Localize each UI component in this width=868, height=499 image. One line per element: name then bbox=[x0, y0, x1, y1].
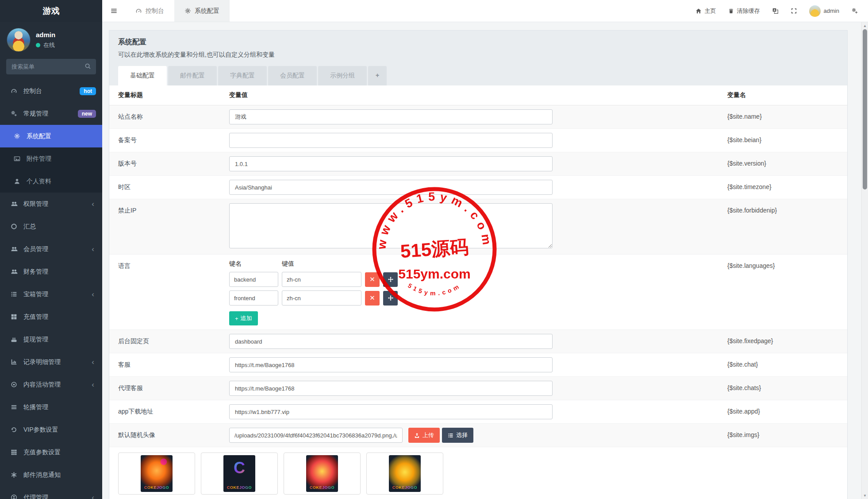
table-header-row: 变量标题 变量值 变量名 bbox=[109, 85, 847, 105]
forbidden-ip-textarea[interactable] bbox=[229, 203, 553, 248]
scroll-down-arrow-icon[interactable]: ▼ bbox=[862, 492, 868, 499]
users-icon bbox=[11, 246, 19, 252]
account-menu[interactable]: admin bbox=[809, 5, 839, 17]
beian-input[interactable] bbox=[229, 133, 553, 148]
sidebar-item-carousel[interactable]: 轮播管理 bbox=[0, 396, 102, 418]
avatar-preview-row: COKEJOGO C COKEJOGO bbox=[109, 447, 847, 499]
avatar bbox=[809, 5, 821, 17]
times-icon: ✕ bbox=[369, 294, 375, 302]
agent-chat-url-input[interactable] bbox=[229, 381, 553, 396]
remove-pair-button[interactable]: ✕ bbox=[365, 291, 380, 306]
avatar-path-input[interactable] bbox=[229, 428, 403, 443]
sidebar-item-label: 会员管理 bbox=[23, 245, 48, 253]
scrollbar-thumb[interactable] bbox=[863, 29, 867, 190]
upload-label: 上传 bbox=[422, 431, 434, 439]
upload-button[interactable]: 上传 bbox=[408, 428, 440, 443]
sidebar-item-system-config[interactable]: 系统配置 bbox=[0, 125, 102, 147]
lang-key-input[interactable] bbox=[229, 290, 278, 306]
lang-key-input[interactable] bbox=[229, 272, 278, 287]
sidebar-item-auth[interactable]: 权限管理 ‹ bbox=[0, 193, 102, 215]
sidebar-item-vip-params[interactable]: VIP参数设置 bbox=[0, 418, 102, 441]
home-button[interactable]: 主页 bbox=[695, 7, 716, 15]
sidebar-item-mail-notice[interactable]: 邮件消息通知 bbox=[0, 464, 102, 486]
field-label: 时区 bbox=[118, 180, 229, 191]
field-varname: {$site.forbiddenip} bbox=[554, 203, 838, 214]
kv-header: 键名 键值 bbox=[229, 259, 554, 272]
version-input[interactable] bbox=[229, 156, 553, 171]
move-icon bbox=[388, 276, 394, 282]
settings-button[interactable] bbox=[851, 8, 858, 14]
menu-search-input[interactable] bbox=[6, 59, 96, 74]
remove-pair-button[interactable]: ✕ bbox=[365, 272, 380, 287]
sidebar-item-members[interactable]: 会员管理 ‹ bbox=[0, 238, 102, 260]
append-pair-button[interactable]: + 追加 bbox=[229, 311, 258, 325]
lang-value-input[interactable] bbox=[282, 272, 361, 287]
user-avatar[interactable] bbox=[7, 28, 31, 52]
config-card: 系统配置 可以在此增改系统的变量和分组,也可以自定义分组和变量 基础配置 邮件配… bbox=[109, 30, 848, 499]
sidebar-item-records[interactable]: 记录明细管理 ‹ bbox=[0, 351, 102, 373]
tab-basic-config[interactable]: 基础配置 bbox=[118, 66, 167, 85]
thumb-image: C COKEJOGO bbox=[223, 455, 255, 492]
sidebar-item-recharge[interactable]: 充值管理 bbox=[0, 306, 102, 328]
header-var-title: 变量标题 bbox=[118, 91, 229, 99]
add-group-tab[interactable]: + bbox=[368, 66, 387, 85]
user-panel: admin 在线 bbox=[0, 22, 102, 56]
tab-dashboard[interactable]: 控制台 bbox=[125, 0, 174, 22]
timezone-input[interactable] bbox=[229, 180, 553, 195]
field-varname: {$site.chats} bbox=[554, 381, 838, 391]
form-row: 时区 {$site.timezone} bbox=[109, 176, 847, 199]
field-label: 客服 bbox=[118, 357, 229, 369]
field-varname: {$site.fixedpage} bbox=[554, 334, 838, 344]
clear-cache-button[interactable]: 清除缓存 bbox=[728, 7, 760, 15]
chevron-left-icon: ‹ bbox=[92, 245, 96, 253]
tab-label: 系统配置 bbox=[195, 7, 219, 15]
tab-mail-config[interactable]: 邮件配置 bbox=[168, 66, 217, 85]
home-label: 主页 bbox=[705, 7, 716, 15]
site-name-input[interactable] bbox=[229, 109, 553, 124]
sidebar-item-withdraw[interactable]: 提现管理 bbox=[0, 328, 102, 351]
form-row: 客服 {$site.chat} bbox=[109, 353, 847, 377]
append-label: 追加 bbox=[241, 314, 252, 322]
thumb-caption: COKEJOGO bbox=[227, 485, 252, 490]
sidebar-item-label: 汇总 bbox=[23, 223, 36, 231]
chat-url-input[interactable] bbox=[229, 357, 553, 372]
sidebar-item-label: 代理管理 bbox=[23, 494, 48, 499]
sidebar-item-content[interactable]: 内容活动管理 ‹ bbox=[0, 373, 102, 396]
sidebar-item-profile[interactable]: 个人资料 bbox=[0, 170, 102, 193]
language-button[interactable] bbox=[772, 8, 779, 14]
lang-value-input[interactable] bbox=[282, 290, 361, 306]
gear-icon bbox=[14, 133, 23, 139]
user-circle-icon bbox=[11, 494, 19, 499]
header-var-value: 变量值 bbox=[229, 91, 554, 99]
fixed-page-input[interactable] bbox=[229, 334, 553, 349]
sidebar-item-general[interactable]: 常规管理 new bbox=[0, 102, 102, 125]
tab-dictionary-config[interactable]: 字典配置 bbox=[218, 66, 267, 85]
move-pair-button[interactable] bbox=[383, 272, 398, 287]
scroll-up-arrow-icon[interactable]: ▲ bbox=[862, 22, 868, 29]
sidebar-item-summary[interactable]: 汇总 bbox=[0, 215, 102, 238]
app-download-input[interactable] bbox=[229, 404, 553, 419]
sidebar-item-label: 内容活动管理 bbox=[23, 381, 61, 389]
menu-toggle-button[interactable] bbox=[102, 0, 125, 22]
sidebar-item-agents[interactable]: 代理管理 ‹ bbox=[0, 486, 102, 499]
content-scrollbar[interactable]: ▲ ▼ bbox=[861, 22, 868, 499]
tab-example-group[interactable]: 示例分组 bbox=[318, 66, 367, 85]
sidebar-item-attachments[interactable]: 附件管理 bbox=[0, 147, 102, 170]
tab-system-config[interactable]: 系统配置 bbox=[174, 0, 230, 22]
field-label: 代理客服 bbox=[118, 381, 229, 392]
sidebar-item-label: 提现管理 bbox=[23, 336, 48, 344]
chevron-left-icon: ‹ bbox=[92, 290, 96, 298]
sidebar-item-finance[interactable]: 财务管理 bbox=[0, 260, 102, 283]
times-icon: ✕ bbox=[369, 275, 375, 283]
sidebar-item-label: 轮播管理 bbox=[23, 403, 48, 411]
sidebar-item-dashboard[interactable]: 控制台 hot bbox=[0, 80, 102, 102]
choose-button[interactable]: 选择 bbox=[442, 428, 473, 443]
fullscreen-button[interactable] bbox=[791, 8, 797, 14]
sidebar-item-recharge-params[interactable]: 充值参数设置 bbox=[0, 441, 102, 464]
app-window: 游戏 admin 在线 控制台 hot bbox=[0, 0, 868, 499]
grid-3x3-icon bbox=[11, 449, 19, 456]
move-pair-button[interactable] bbox=[383, 291, 398, 306]
sidebar-item-label: 权限管理 bbox=[23, 200, 48, 208]
sidebar-item-treasure[interactable]: 宝箱管理 ‹ bbox=[0, 283, 102, 306]
tab-member-config[interactable]: 会员配置 bbox=[268, 66, 317, 85]
